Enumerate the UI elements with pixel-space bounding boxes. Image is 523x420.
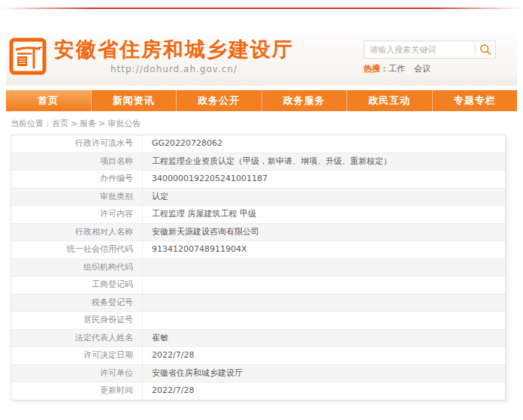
nav-tab-special[interactable]: 专题专栏: [433, 90, 518, 111]
search-button[interactable]: [476, 41, 495, 58]
breadcrumb-item[interactable]: 审批公告: [107, 119, 141, 128]
row-label: 审批类别: [11, 189, 143, 206]
table-row: 许可单位安徽省住房和城乡建设厅: [11, 365, 505, 383]
row-value: GG20220728062: [143, 135, 505, 153]
row-label: 统一社会信用代码: [11, 241, 143, 258]
breadcrumb-item[interactable]: 服务: [80, 119, 96, 128]
nav-tab-news[interactable]: 新闻资讯: [92, 90, 177, 111]
row-label: 行政许可流水号: [11, 135, 143, 153]
table-row: 许可内容工程监理 房屋建筑工程 甲级: [11, 206, 505, 224]
site-title: 安徽省住房和城乡建设厅: [54, 38, 294, 62]
breadcrumb-prefix: 当前位置：: [11, 119, 52, 128]
hot-links: 工作会议: [388, 64, 440, 74]
site-logo[interactable]: [9, 38, 47, 75]
row-label: 办件编号: [11, 171, 143, 188]
page-container: 安徽省住房和城乡建设厅 http://dohurd.ah.gov.cn/ 热搜：…: [6, 33, 517, 400]
row-label: 法定代表人姓名: [11, 330, 143, 347]
hot-search-link[interactable]: 工作: [388, 64, 405, 74]
table-row: 统一社会信用代码91341200748911904X: [11, 241, 505, 259]
hot-search-link[interactable]: 会议: [414, 64, 431, 74]
table-row: 项目名称工程监理企业资质认定（甲级，新申请、增项、升级、重新核定）: [11, 153, 505, 171]
table-row: 税务登记号: [11, 295, 505, 313]
breadcrumb-separator: >: [71, 119, 77, 128]
table-row: 办件编号3400000192205241001187: [11, 171, 505, 189]
row-label: 工商登记码: [11, 276, 143, 294]
nav-tab-interaction[interactable]: 政民互动: [347, 90, 433, 111]
row-label: 许可单位: [11, 365, 143, 382]
hot-search-row: 热搜：工作会议: [364, 63, 496, 74]
table-row: 更新时间2022/7/28: [11, 382, 505, 400]
top-accent-line: [0, 8, 523, 9]
gate-icon: [9, 38, 47, 75]
row-label: 许可内容: [11, 206, 143, 223]
main-nav: 首页新闻资讯政务公开政务服务政民互动专题专栏: [6, 90, 517, 111]
row-value: 崔敏: [143, 330, 505, 347]
nav-tab-gov-open[interactable]: 政务公开: [177, 90, 262, 111]
brand-block: 安徽省住房和城乡建设厅 http://dohurd.ah.gov.cn/: [54, 38, 294, 74]
table-row: 许可决定日期2022/7/28: [11, 347, 505, 365]
breadcrumb-item[interactable]: 首页: [52, 119, 68, 128]
row-label: 居民身份证号: [11, 312, 143, 329]
row-value: [143, 276, 505, 294]
nav-tab-home[interactable]: 首页: [6, 90, 92, 111]
row-value: 安徽新天源建设咨询有限公司: [143, 224, 505, 241]
search-icon: [479, 43, 492, 56]
row-label: 项目名称: [11, 153, 143, 171]
row-value: 2022/7/28: [143, 347, 505, 364]
row-value: 认定: [143, 189, 505, 206]
breadcrumb: 当前位置：首页>服务>审批公告: [6, 111, 517, 134]
row-value: 91341200748911904X: [143, 241, 505, 258]
row-value: [143, 312, 505, 329]
row-label: 组织机构代码: [11, 259, 143, 276]
row-label: 更新时间: [11, 382, 143, 400]
hot-search-label: 热搜：: [364, 64, 388, 74]
site-url: http://dohurd.ah.gov.cn/: [54, 64, 294, 74]
nav-tab-gov-service[interactable]: 政务服务: [262, 90, 348, 111]
search-box: [364, 41, 496, 59]
row-value: [143, 295, 505, 312]
breadcrumb-separator: >: [98, 119, 105, 128]
row-label: 税务登记号: [11, 295, 143, 312]
row-label: 许可决定日期: [11, 347, 143, 364]
row-value: 安徽省住房和城乡建设厅: [143, 365, 505, 382]
table-row: 法定代表人姓名崔敏: [11, 330, 505, 348]
row-value: [143, 259, 505, 276]
search-input[interactable]: [364, 45, 475, 55]
license-info-table: 行政许可流水号GG20220728062项目名称工程监理企业资质认定（甲级，新申…: [11, 134, 506, 400]
table-row: 审批类别认定: [11, 189, 505, 207]
table-row: 组织机构代码: [11, 259, 505, 277]
table-row: 工商登记码: [11, 276, 505, 295]
table-row: 居民身份证号: [11, 312, 505, 330]
row-value: 工程监理 房屋建筑工程 甲级: [143, 206, 505, 223]
row-value: 2022/7/28: [143, 382, 505, 400]
search-area: 热搜：工作会议: [364, 41, 496, 74]
row-value: 工程监理企业资质认定（甲级，新申请、增项、升级、重新核定）: [143, 153, 505, 171]
row-value: 3400000192205241001187: [143, 171, 505, 188]
site-header: 安徽省住房和城乡建设厅 http://dohurd.ah.gov.cn/ 热搜：…: [6, 33, 517, 86]
table-row: 行政许可流水号GG20220728062: [11, 135, 505, 153]
table-row: 行政相对人名称安徽新天源建设咨询有限公司: [11, 224, 505, 242]
row-label: 行政相对人名称: [11, 224, 143, 241]
